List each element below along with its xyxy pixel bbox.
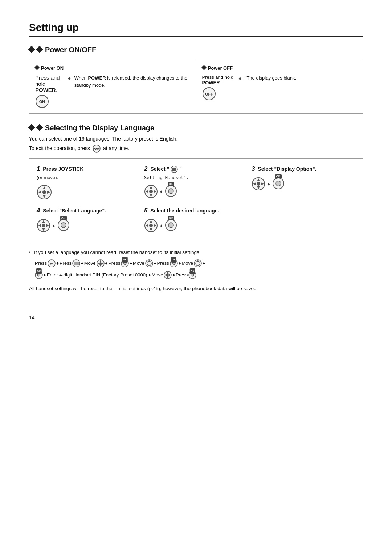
reset-ok-1: OK — [121, 259, 129, 267]
power-on-step2: When POWER is released, the display chan… — [74, 74, 190, 89]
power-off-icon: OFF — [202, 87, 216, 101]
power-off-col: Power OFF Press and hold POWER. OFF ♦ Th… — [196, 60, 363, 113]
reset-ok-2: OK — [170, 259, 178, 267]
power-off-text: Press and hold POWER. — [202, 74, 234, 85]
power-on-header: Power ON — [35, 65, 190, 71]
joystick-icon-4 — [37, 219, 50, 232]
step-2-label: 2 Select " " — [144, 165, 248, 173]
svg-rect-53 — [74, 264, 79, 265]
page-number: 14 — [29, 315, 363, 320]
step-1-icons — [37, 185, 140, 200]
reset-menu-1 — [72, 259, 80, 267]
step-2-desc: Setting Handset". — [144, 175, 248, 180]
reset-pwr-1: PWR — [48, 259, 56, 267]
lang-section-header: Selecting the Display Language — [29, 124, 363, 132]
page-title: Setting up — [29, 22, 363, 37]
power-section-header: Power ON/OFF — [29, 46, 363, 54]
svg-text:PWR: PWR — [93, 147, 100, 151]
svg-point-69 — [197, 260, 199, 262]
power-onoff-box: Power ON Press and hold POWER. ON ♦ When… — [29, 60, 363, 114]
ok-badge-5: OK — [168, 216, 174, 220]
step-4-arrow: ♦ — [53, 223, 55, 228]
step-4: 4 Select "Select Language". ♦ OK — [37, 207, 140, 232]
step-2-arrow: ♦ — [160, 189, 163, 194]
step-5-ok-wrap: OK — [165, 219, 177, 232]
step-2-icons: ♦ OK — [144, 185, 248, 198]
svg-point-39 — [61, 223, 66, 228]
svg-point-59 — [99, 262, 102, 264]
reset-joy-1 — [97, 259, 105, 267]
power-on-col: Power ON Press and hold POWER. ON ♦ When… — [29, 60, 196, 113]
power-on-text: Press and hold POWER. — [35, 74, 64, 93]
reset-line-2: OK ♦ Enter 4-digit Handset PIN (Factory … — [29, 270, 363, 280]
reset-instruction: If you set a language you cannot read, r… — [29, 250, 363, 255]
diamond-icon-2 — [36, 46, 43, 53]
svg-text:ON: ON — [39, 100, 45, 104]
svg-rect-15 — [172, 170, 176, 171]
step-1-label: 1 Press JOYSTICK — [37, 165, 140, 173]
diamond-lang-1 — [28, 124, 35, 131]
reset-dial-2 — [194, 259, 202, 267]
svg-point-47 — [168, 223, 173, 228]
ok-button-2 — [165, 185, 177, 197]
svg-point-23 — [168, 189, 173, 194]
reset-joy-2 — [164, 271, 172, 279]
step-2: 2 Select " " Setting Handset". — [144, 165, 248, 200]
step-3-icons: ♦ OK — [252, 177, 355, 191]
final-note: All handset settings will be reset to th… — [29, 285, 363, 293]
power-off-inner: Press and hold POWER. OFF ♦ The display … — [202, 74, 357, 102]
diamond-icon-1 — [28, 46, 35, 53]
power-off-header: Power OFF — [202, 65, 357, 71]
step-5-icons: ♦ OK — [144, 219, 248, 232]
ok-badge-2: OK — [168, 182, 174, 186]
svg-text:OFF: OFF — [205, 92, 213, 96]
reset-line-1: Press PWR ♦ Press ♦ Move ♦ Press OK ♦ Mo… — [29, 259, 363, 268]
svg-point-64 — [148, 260, 150, 262]
svg-point-77 — [167, 274, 169, 276]
svg-point-45 — [149, 224, 153, 227]
ok-badge-3: OK — [275, 174, 282, 178]
joystick-icon-1 — [37, 185, 52, 200]
step-3-arrow: ♦ — [268, 181, 270, 187]
step-3-ok-wrap: OK — [272, 177, 285, 191]
svg-rect-51 — [74, 262, 79, 263]
power-on-arrow: ♦ — [68, 75, 71, 82]
svg-point-31 — [276, 181, 281, 186]
power-off-step2: The display goes blank. — [246, 74, 296, 82]
joystick-icon-3 — [252, 177, 265, 191]
lang-desc: You can select one of 19 languages. The … — [29, 136, 363, 142]
ok-badge-4: OK — [60, 216, 67, 220]
step-5-label: 5 Select the desired language. — [144, 207, 248, 214]
diamond-small-1 — [34, 65, 40, 70]
menu-icon — [171, 166, 178, 173]
step-4-label: 4 Select "Select Language". — [37, 207, 140, 214]
power-off-left: Press and hold POWER. OFF — [202, 74, 234, 102]
power-on-inner: Press and hold POWER. ON ♦ When POWER is… — [35, 74, 190, 108]
power-off-arrow: ♦ — [238, 75, 241, 82]
lang-section-title: Selecting the Display Language — [45, 124, 154, 132]
step-1-desc: (or move). — [37, 175, 140, 180]
steps-box: 1 Press JOYSTICK (or move). 2 Sel — [29, 158, 363, 243]
step-5: 5 Select the desired language. ♦ OK — [144, 207, 248, 232]
power-on-icon: ON — [35, 94, 49, 108]
reset-dial-1 — [145, 259, 153, 267]
power-section-title: Power ON/OFF — [45, 46, 96, 54]
reset-ok-4: OK — [188, 271, 196, 279]
ok-button-4 — [57, 219, 70, 231]
step-3: 3 Select "Display Option". ♦ OK — [252, 165, 355, 200]
svg-point-11 — [42, 190, 46, 194]
svg-point-37 — [42, 224, 45, 227]
step-4-ok-wrap: OK — [57, 219, 70, 232]
svg-rect-13 — [172, 168, 176, 169]
ok-button-5 — [165, 219, 177, 231]
svg-point-29 — [257, 182, 260, 186]
svg-rect-14 — [172, 169, 176, 170]
svg-rect-52 — [74, 263, 79, 264]
step-2-ok-wrap: OK — [165, 185, 177, 198]
diamond-small-2 — [201, 65, 206, 70]
steps-grid: 1 Press JOYSTICK (or move). 2 Sel — [37, 165, 355, 232]
joystick-icon-5 — [144, 219, 158, 232]
lang-exit: To exit the operation, press PWR at any … — [29, 145, 363, 153]
step-1: 1 Press JOYSTICK (or move). — [37, 165, 140, 200]
ok-button-3 — [272, 177, 285, 190]
